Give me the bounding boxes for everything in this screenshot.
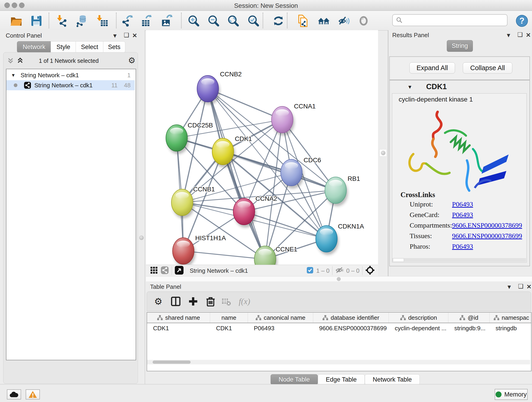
- refresh-layout-button[interactable]: [272, 14, 285, 27]
- node-label-CDC6: CDC6: [304, 157, 321, 164]
- string-network-badge-icon[interactable]: [161, 266, 169, 275]
- panel-menu-icon[interactable]: ▾: [507, 32, 510, 39]
- cloud-status-button[interactable]: [7, 389, 21, 400]
- toolbar-separator: [49, 13, 49, 28]
- export-network-button[interactable]: [120, 14, 133, 27]
- expand-all-networks-icon[interactable]: [7, 57, 14, 65]
- first-neighbors-button[interactable]: [317, 14, 330, 27]
- panel-menu-icon[interactable]: ▾: [508, 283, 511, 290]
- collapse-all-button[interactable]: Collapse All: [463, 62, 512, 74]
- zoom-out-button[interactable]: [207, 14, 220, 27]
- delete-column-trash-icon[interactable]: [204, 295, 217, 308]
- panel-close-icon[interactable]: ✕: [526, 283, 532, 290]
- tab-sets[interactable]: Sets: [103, 41, 125, 53]
- column-header[interactable]: @id: [448, 313, 490, 323]
- delete-table-icon[interactable]: [220, 295, 233, 308]
- column-header[interactable]: shared name: [147, 313, 210, 323]
- table-horizontal-scrollbar[interactable]: [147, 360, 530, 364]
- birdseye-view-icon[interactable]: [175, 266, 184, 276]
- tab-select[interactable]: Select: [76, 41, 104, 53]
- zoom-selected-button[interactable]: [247, 14, 260, 27]
- column-header[interactable]: name: [210, 313, 248, 323]
- network-node-CDK1[interactable]: [212, 138, 235, 167]
- tab-node-table[interactable]: Node Table: [271, 374, 318, 385]
- crosslink-value[interactable]: 9606.ENSP00000378699: [452, 232, 522, 240]
- hidden-eye-icon[interactable]: [335, 267, 344, 275]
- network-node-CCNA2[interactable]: [233, 198, 256, 228]
- crosshair-icon[interactable]: [365, 265, 375, 276]
- import-network-database-button[interactable]: [75, 14, 88, 27]
- column-header[interactable]: canonical name: [248, 313, 313, 323]
- network-canvas[interactable]: CCNB2CCNA1CDC25BCDK1CDC6RB1CCNB1CCNA2CDK…: [146, 30, 378, 265]
- help-icon: ?: [515, 14, 528, 27]
- panel-float-icon[interactable]: ❑: [124, 32, 129, 39]
- network-node-CDC6[interactable]: [281, 159, 304, 189]
- network-node-CCNB1[interactable]: [171, 189, 194, 218]
- tab-string[interactable]: String: [447, 40, 473, 52]
- results-panel: Results Panel ▾ ❑ ✕ String Expand All Co…: [388, 30, 532, 276]
- crosslink-value[interactable]: 9606.ENSP00000378699: [452, 221, 522, 229]
- column-header[interactable]: namespac: [490, 313, 532, 323]
- table-row[interactable]: CDK1 CDK1 P06493 9606.ENSP00000378699 cy…: [147, 323, 531, 333]
- zoom-fit-button[interactable]: [227, 14, 239, 27]
- network-collection-row[interactable]: ▼ String Network – cdk1 1: [6, 70, 135, 80]
- network-node-CCNE1[interactable]: [254, 246, 277, 265]
- memory-button[interactable]: Memory: [495, 389, 528, 400]
- network-node-RB1[interactable]: [325, 177, 348, 206]
- section-content: cyclin-dependent kinase 1: [392, 93, 527, 262]
- new-network-from-selection-button[interactable]: [297, 14, 310, 27]
- selected-count: 1 – 0: [316, 267, 329, 274]
- panel-splitter-grip[interactable]: [380, 149, 387, 157]
- hide-selected-button[interactable]: [337, 14, 350, 27]
- function-builder-icon[interactable]: f(x): [238, 295, 251, 308]
- open-session-button[interactable]: [10, 14, 23, 27]
- crosslink-value[interactable]: P06493: [452, 211, 473, 219]
- network-node-HIST1H1A[interactable]: [172, 238, 196, 265]
- search-field[interactable]: [392, 14, 507, 26]
- search-input[interactable]: [403, 17, 500, 24]
- zoom-out-icon: [207, 15, 220, 27]
- network-document-icon: [297, 15, 309, 27]
- tab-style[interactable]: Style: [51, 41, 76, 53]
- show-columns-icon[interactable]: [169, 295, 182, 308]
- collection-expander-icon[interactable]: ▼: [11, 73, 16, 78]
- import-table-file-button[interactable]: [96, 14, 109, 27]
- export-table-button[interactable]: [140, 14, 153, 27]
- network-node-CDKN1A[interactable]: [316, 225, 339, 255]
- table-settings-gear-icon[interactable]: ⚙: [152, 295, 165, 308]
- selected-checkbox-icon[interactable]: [307, 267, 313, 274]
- expand-all-button[interactable]: Expand All: [409, 62, 455, 74]
- tab-network-table[interactable]: Network Table: [365, 374, 420, 385]
- crosslink-value[interactable]: P06493: [452, 200, 473, 208]
- column-header[interactable]: description: [389, 313, 448, 323]
- tab-edge-table[interactable]: Edge Table: [318, 374, 365, 385]
- export-image-button[interactable]: [160, 14, 173, 27]
- create-column-plus-icon[interactable]: [187, 295, 200, 308]
- help-button[interactable]: ?: [515, 14, 528, 27]
- panel-float-icon[interactable]: ❑: [518, 283, 523, 290]
- scrollbar-thumb[interactable]: [152, 361, 191, 364]
- column-header[interactable]: database identifier: [313, 313, 389, 323]
- hidden-count: 0 – 0: [346, 267, 360, 274]
- warnings-button[interactable]: [26, 389, 40, 400]
- collapse-all-networks-icon[interactable]: [16, 57, 24, 65]
- tab-network[interactable]: Network: [17, 41, 51, 53]
- graphics-details-button[interactable]: [357, 14, 370, 27]
- import-network-file-button[interactable]: [56, 14, 69, 27]
- horizontal-splitter[interactable]: [146, 276, 532, 282]
- horizontal-scrollbar[interactable]: [392, 258, 526, 262]
- panel-close-icon[interactable]: ✕: [526, 32, 531, 39]
- panel-float-icon[interactable]: ❑: [517, 31, 523, 38]
- network-node-CCNA1[interactable]: [272, 106, 294, 136]
- grid-view-icon[interactable]: [150, 266, 158, 275]
- network-options-gear-icon[interactable]: ⚙: [128, 56, 135, 65]
- network-row-selected[interactable]: String Network – cdk1 11 48: [6, 80, 135, 90]
- zoom-in-button[interactable]: [187, 14, 200, 27]
- crosslink-value[interactable]: P06493: [452, 242, 473, 250]
- network-node-CDC25B[interactable]: [166, 125, 189, 154]
- panel-close-icon[interactable]: ✕: [132, 32, 137, 39]
- panel-menu-icon[interactable]: ▾: [114, 32, 116, 39]
- save-session-button[interactable]: [30, 14, 43, 27]
- panel-splitter-grip[interactable]: [138, 234, 145, 241]
- section-expander-icon[interactable]: ▼: [407, 84, 412, 90]
